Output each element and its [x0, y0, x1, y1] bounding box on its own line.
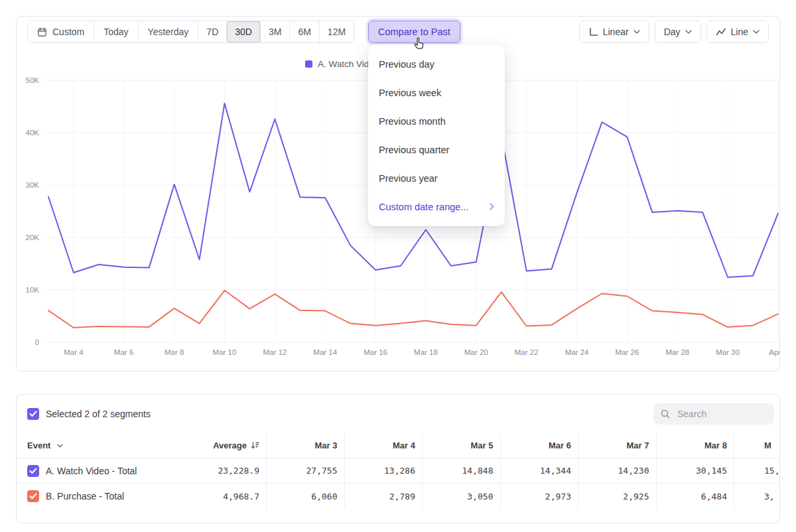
svg-text:Mar 4: Mar 4: [64, 348, 84, 356]
cell-value: 3,050: [422, 492, 500, 501]
chevron-down-icon: [633, 30, 640, 34]
segments-header-row: Selected 2 of 2 segments: [17, 395, 779, 433]
svg-text:Mar 12: Mar 12: [263, 348, 287, 356]
preset-7d-button[interactable]: 7D: [198, 21, 226, 42]
row-label-purchase: B. Purchase - Total: [46, 491, 124, 501]
magnifier-icon: [660, 409, 671, 419]
line-chart-icon: [716, 27, 726, 36]
checkmark-icon: [29, 493, 37, 499]
custom-range-button[interactable]: Custom: [28, 21, 94, 42]
event-header-label: Event: [27, 440, 50, 450]
column-divider: [422, 433, 423, 509]
chevron-down-icon: [753, 30, 760, 34]
menu-item-previous-day[interactable]: Previous day: [368, 50, 505, 78]
date-column-header: Mar 8: [656, 440, 734, 450]
menu-item-previous-month[interactable]: Previous month: [368, 107, 505, 135]
column-divider: [656, 433, 657, 509]
svg-text:20K: 20K: [26, 233, 40, 241]
scale-label: Linear: [603, 27, 629, 37]
svg-text:Mar 28: Mar 28: [665, 348, 689, 356]
checkmark-icon: [29, 411, 37, 417]
svg-text:30K: 30K: [26, 181, 40, 189]
scale-dropdown-button[interactable]: Linear: [579, 21, 649, 43]
svg-text:50K: 50K: [26, 76, 40, 84]
select-all-checkbox[interactable]: [27, 408, 39, 420]
search-input[interactable]: [676, 408, 767, 420]
date-range-segmented-control: Custom Today Yesterday 7D 30D 3M 6M 12M: [27, 21, 354, 43]
compare-to-past-button[interactable]: Compare to Past: [368, 21, 460, 43]
average-header-label: Average: [213, 440, 247, 450]
row-checkbox-purchase[interactable]: [27, 490, 39, 502]
table-row-purchase[interactable]: B. Purchase - Total 4,968.7 6,060 2,789 …: [17, 484, 779, 509]
menu-item-previous-year[interactable]: Previous year: [368, 164, 505, 192]
preset-3m-button[interactable]: 3M: [260, 21, 289, 42]
svg-text:40K: 40K: [26, 129, 40, 137]
column-divider: [266, 433, 267, 509]
average-column-header[interactable]: Average: [189, 440, 266, 450]
svg-text:Mar 24: Mar 24: [565, 348, 589, 356]
segments-table-card: Selected 2 of 2 segments Event Average M…: [16, 394, 780, 523]
cell-value: 2,789: [344, 492, 423, 501]
preset-12m-button[interactable]: 12M: [319, 21, 354, 42]
chevron-right-icon: [490, 203, 494, 210]
date-column-header: Mar 3: [266, 440, 344, 450]
chart-card: Custom Today Yesterday 7D 30D 3M 6M 12M …: [16, 16, 780, 371]
svg-text:10K: 10K: [26, 286, 40, 294]
custom-range-label: Custom: [52, 27, 84, 37]
cell-value: 2,973: [500, 492, 578, 501]
svg-text:Mar 6: Mar 6: [114, 348, 133, 356]
cell-value: 2,925: [578, 492, 656, 501]
date-column-header: Mar 4: [344, 440, 423, 450]
table-row-watch-video[interactable]: A. Watch Video - Total 23,228.9 27,755 1…: [17, 458, 779, 484]
svg-text:Mar 14: Mar 14: [313, 348, 337, 356]
sort-descending-icon: [251, 441, 259, 450]
svg-text:Mar 16: Mar 16: [364, 348, 387, 356]
cell-value: 14,848: [422, 466, 500, 476]
menu-item-previous-quarter[interactable]: Previous quarter: [368, 135, 505, 164]
cell-value: 13,286: [344, 466, 423, 476]
interval-dropdown-button[interactable]: Day: [655, 21, 701, 43]
preset-6m-button[interactable]: 6M: [289, 21, 318, 42]
svg-text:Mar 20: Mar 20: [464, 348, 488, 356]
svg-text:Mar 18: Mar 18: [414, 348, 438, 356]
chart-type-dropdown-button[interactable]: Line: [706, 21, 769, 43]
row-checkbox-watch-video[interactable]: [27, 465, 39, 477]
column-divider: [344, 433, 345, 509]
svg-text:Apr 1: Apr 1: [769, 348, 780, 356]
date-column-header-clipped: M: [734, 440, 780, 450]
event-column-header[interactable]: Event: [17, 440, 189, 450]
svg-text:Mar 22: Mar 22: [515, 348, 539, 356]
column-divider: [734, 433, 734, 509]
menu-item-previous-week[interactable]: Previous week: [368, 78, 505, 107]
chart-type-label: Line: [731, 27, 748, 37]
date-column-header: Mar 6: [500, 440, 578, 450]
cell-value: 14,230: [578, 466, 656, 476]
compare-to-past-label: Compare to Past: [378, 27, 450, 37]
svg-text:0: 0: [35, 338, 39, 346]
cell-value-clipped: 3,: [734, 492, 780, 501]
svg-text:Mar 26: Mar 26: [616, 348, 639, 356]
search-box[interactable]: [653, 403, 774, 425]
yesterday-button[interactable]: Yesterday: [138, 21, 198, 42]
menu-item-custom-date-range[interactable]: Custom date range...: [368, 192, 505, 221]
date-column-header: Mar 7: [578, 440, 656, 450]
column-divider: [500, 433, 501, 509]
custom-date-range-label: Custom date range...: [379, 202, 468, 212]
today-button[interactable]: Today: [94, 21, 137, 42]
average-value: 4,968.7: [189, 492, 266, 501]
svg-text:Mar 10: Mar 10: [213, 348, 237, 356]
average-value: 23,228.9: [189, 466, 266, 476]
cell-value: 27,755: [266, 466, 344, 476]
cell-value-clipped: 15,: [734, 466, 780, 476]
cell-value: 6,060: [266, 492, 344, 501]
column-divider: [578, 433, 578, 509]
interval-label: Day: [664, 27, 681, 37]
table-header-row: Event Average Mar 3 Mar 4 Mar 5 Mar 6 Ma…: [17, 433, 779, 458]
calendar-icon: [37, 27, 47, 37]
chart-display-controls: Linear Day Line: [579, 21, 769, 43]
cell-value: 30,145: [656, 466, 734, 476]
cell-value: 14,344: [500, 466, 578, 476]
preset-30d-button[interactable]: 30D: [226, 21, 260, 42]
chart-line-purchase: [48, 291, 778, 328]
date-column-header: Mar 5: [422, 440, 500, 450]
